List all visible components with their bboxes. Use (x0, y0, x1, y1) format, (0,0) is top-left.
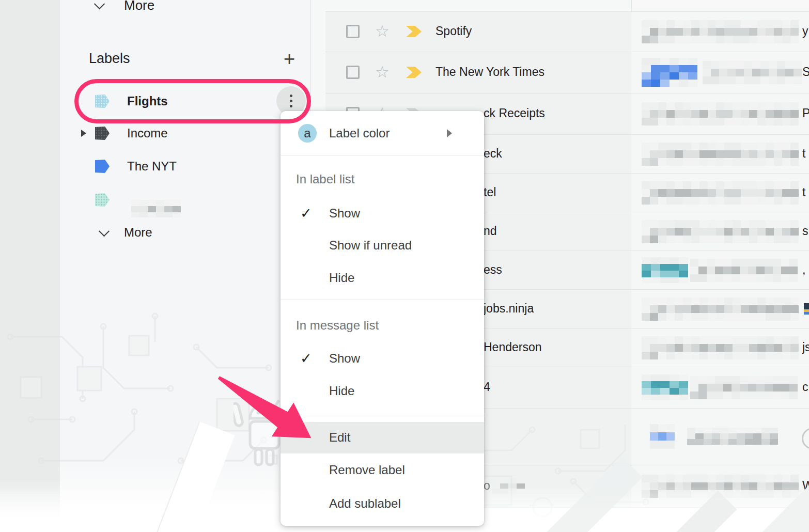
create-label-button[interactable]: + (278, 48, 301, 70)
sidebar-label-name: Income (127, 126, 168, 140)
sender-name: Henderson (484, 340, 542, 354)
redacted-text-mosaic (642, 58, 701, 87)
menu-divider (281, 300, 484, 300)
importance-marker-icon[interactable] (406, 26, 422, 37)
labels-section-title: Labels (89, 51, 130, 67)
sender-name: o (484, 479, 490, 493)
sender-name: Spotify (435, 24, 472, 38)
sender-name: The New York Times (435, 65, 544, 79)
menu-section-header: In message list (296, 318, 379, 333)
menu-item-label: Show (329, 351, 360, 366)
menu-divider (281, 155, 484, 155)
sidebar-label-redacted[interactable] (60, 190, 110, 210)
menu-item-label: Show (329, 206, 360, 221)
sender-name: ck Receipts (484, 106, 545, 120)
sender-name: tel (484, 185, 496, 199)
menu-item-label: Edit (329, 430, 350, 445)
label-tag-icon (95, 95, 110, 108)
menu-item-label: Hide (329, 271, 354, 285)
redacted-text-mosaic (642, 336, 801, 359)
subject-text-fragment: c (802, 380, 808, 394)
redacted-text-mosaic (131, 200, 181, 217)
star-icon[interactable]: ☆ (375, 64, 390, 80)
label-color-avatar-icon: a (298, 124, 317, 143)
emoji-fragment-icon (804, 303, 809, 315)
sidebar-label-name: Flights (127, 94, 168, 108)
redacted-text-mosaic (642, 20, 801, 43)
redacted-text-mosaic (687, 428, 781, 445)
check-icon: ✓ (300, 350, 312, 367)
sender-name: nd (484, 224, 497, 238)
sidebar-label-name: The NYT (127, 159, 177, 174)
screenshot-root: More Labels + Flights Income The NYT Mor… (0, 0, 809, 532)
row-divider (325, 93, 809, 93)
menu-item-hide-message-list[interactable]: Hide (281, 378, 484, 404)
sender-name: eck (484, 147, 502, 161)
redacted-text-mosaic (642, 181, 801, 205)
subject-text-fragment: S (802, 65, 809, 79)
menu-item-label-color[interactable]: a Label color (281, 120, 484, 146)
sidebar-label-income[interactable]: Income (60, 123, 168, 144)
row-divider (325, 52, 809, 52)
redacted-text-mosaic (642, 220, 801, 243)
redacted-text-mosaic (642, 298, 801, 321)
menu-item-label: Add sublabel (329, 496, 401, 511)
email-row[interactable]: ☆Spotifyy (325, 11, 809, 52)
sidebar-label-flights[interactable]: Flights (60, 91, 168, 112)
redacted-text-mosaic (703, 61, 803, 84)
subject-text-fragment: js (802, 340, 809, 354)
label-tag-icon (95, 127, 110, 140)
menu-item-edit[interactable]: Edit (281, 425, 484, 450)
star-icon[interactable]: ☆ (375, 23, 390, 39)
sidebar-item-more-top[interactable]: More (60, 0, 154, 15)
importance-marker-icon[interactable] (406, 67, 422, 78)
redacted-text-mosaic (642, 374, 688, 400)
subject-text-fragment: P (802, 106, 809, 120)
menu-section-header: In label list (296, 172, 354, 186)
chevron-down-icon (94, 0, 105, 9)
menu-item-add-sublabel[interactable]: Add sublabel (281, 491, 484, 517)
menu-item-label: Show if unread (329, 238, 412, 253)
subject-text-fragment: , (802, 263, 805, 277)
menu-item-hide-label-list[interactable]: Hide (281, 265, 484, 291)
menu-item-show-label-list[interactable]: ✓ Show (281, 200, 484, 226)
sidebar-item-more-bottom[interactable]: More (60, 222, 152, 243)
label-tag-icon (95, 160, 110, 173)
menu-item-show-message-list[interactable]: ✓ Show (281, 346, 484, 371)
sender-name: ess (484, 263, 502, 277)
chevron-down-icon (99, 226, 110, 237)
menu-item-label: Label color (329, 126, 390, 140)
subject-text-fragment: s (802, 224, 808, 238)
menu-item-remove-label[interactable]: Remove label (281, 457, 484, 483)
sender-name: 4 (484, 380, 490, 394)
subject-text-fragment: t (802, 185, 805, 199)
menu-divider (281, 415, 484, 415)
menu-section-in-message-list: In message list (281, 312, 484, 338)
sender-name: jobs.ninja (484, 302, 534, 316)
menu-item-show-if-unread[interactable]: Show if unread (281, 232, 484, 258)
sidebar-item-label: More (124, 0, 154, 13)
label-context-menu: a Label color In label list ✓ Show Show … (281, 111, 484, 526)
redacted-text-mosaic (492, 478, 526, 494)
label-tag-icon (95, 193, 110, 207)
sidebar-item-label: More (124, 225, 152, 240)
check-icon: ✓ (300, 205, 312, 222)
redacted-text-mosaic (642, 143, 801, 166)
subject-text-fragment: y (802, 24, 808, 38)
subject-text-fragment: t (802, 147, 805, 161)
gmail-sidebar (60, 0, 310, 532)
email-row[interactable]: ☆The New York TimesS (325, 52, 809, 93)
sidebar-label-the-nyt[interactable]: The NYT (60, 156, 177, 177)
redacted-text-mosaic (642, 257, 688, 283)
row-divider (325, 11, 809, 12)
select-checkbox[interactable] (346, 25, 360, 38)
redacted-text-mosaic (690, 259, 801, 282)
menu-section-in-label-list: In label list (281, 166, 484, 192)
redacted-text-mosaic (690, 376, 801, 399)
select-checkbox[interactable] (346, 66, 360, 79)
page-background-strip (0, 0, 60, 532)
subject-text-fragment: W (802, 479, 809, 493)
menu-item-label: Hide (329, 384, 354, 398)
submenu-arrow-icon (447, 129, 452, 137)
redacted-text-mosaic (650, 424, 675, 449)
